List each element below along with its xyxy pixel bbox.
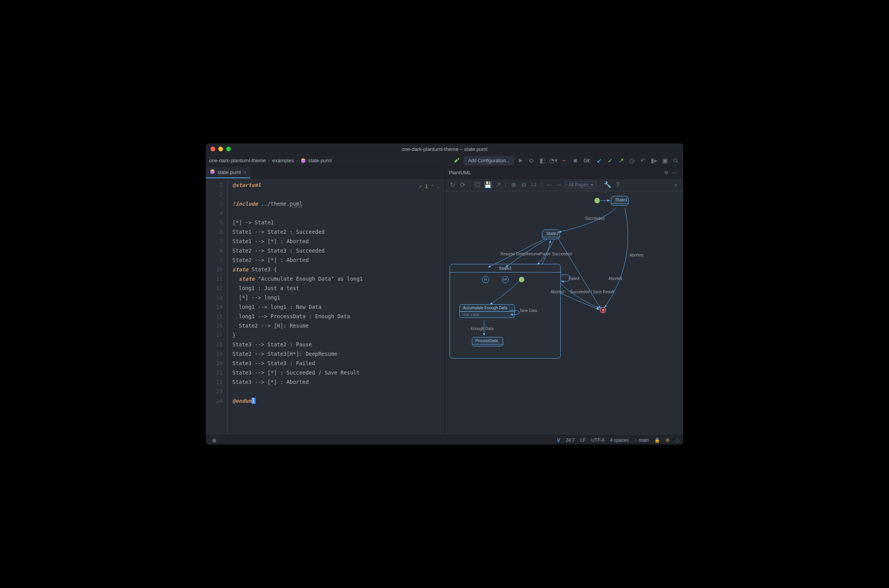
git-pull-icon[interactable]: ↙ <box>595 156 603 165</box>
check-icon: ✓ <box>419 182 422 191</box>
next-icon[interactable]: → <box>555 181 563 189</box>
help-icon[interactable]: ? <box>614 181 622 189</box>
vim-icon[interactable]: V <box>557 437 560 443</box>
chevron-down-icon[interactable]: ⌄ <box>437 182 440 191</box>
close-tab-icon[interactable]: × <box>243 169 247 176</box>
breadcrumb-folder[interactable]: examples <box>272 158 294 163</box>
breadcrumb[interactable]: one-dark-plantuml-theme › examples › sta… <box>209 158 332 163</box>
diagram-state3: State3 H H* Accumulate Enough Data Just … <box>450 264 561 359</box>
history-icon[interactable]: ◷ <box>628 156 636 165</box>
coverage-icon[interactable]: ◧ <box>538 156 547 165</box>
editor-pane: state.puml × 123456789101112131415161718… <box>206 167 444 435</box>
diagram-end <box>600 307 606 313</box>
git-branch[interactable]: ᚲ main <box>634 437 649 443</box>
plantuml-pane: PlantUML ⚙ — ↻ ⟳ ⿻ 💾 ↗ ⊕ ⊖ 1:1 ← → <box>444 167 683 435</box>
panel-title: PlantUML <box>449 170 471 176</box>
breadcrumb-project[interactable]: one-dark-plantuml-theme <box>209 158 266 163</box>
edge-label: Aborted <box>630 253 643 257</box>
stop-icon[interactable]: ■ <box>571 156 579 165</box>
code-area[interactable]: ✓ 1 ⌃ ⌄ @startuml!include ../theme.puml[… <box>228 179 444 435</box>
edge-label: Aborted <box>608 276 622 281</box>
refresh-icon[interactable]: ↻ <box>448 181 457 189</box>
edge-label: New Data <box>520 308 537 313</box>
line-separator[interactable]: LF <box>580 437 586 443</box>
git-push-icon[interactable]: ↗ <box>617 156 625 165</box>
hammer-icon[interactable] <box>453 156 461 165</box>
traffic-lights <box>211 147 231 151</box>
file-type-icon <box>301 158 306 163</box>
stop-on-error-icon[interactable]: ⫟ <box>560 156 569 165</box>
copy-icon[interactable]: ⿻ <box>473 181 482 189</box>
window-title: one-dark-plantuml-theme – state.puml <box>401 146 488 152</box>
terminal-icon[interactable]: ▣ <box>660 156 669 165</box>
edge-label: Succeeded <box>552 252 572 256</box>
debug-icon[interactable] <box>527 156 536 165</box>
plantuml-header: PlantUML ⚙ — <box>445 167 683 179</box>
inspection-status[interactable]: ✓ 1 ⌃ ⌄ <box>419 182 440 191</box>
plantuml-toolbar: ↻ ⟳ ⿻ 💾 ↗ ⊕ ⊖ 1:1 ← → All Pages ▾ 🔧 <box>445 179 683 191</box>
tool-windows-icon[interactable]: ▣ <box>210 436 218 445</box>
edge-label: Pause <box>540 252 551 256</box>
minimize-icon[interactable]: — <box>671 169 679 177</box>
rollback-icon[interactable]: ↶ <box>639 156 647 165</box>
gear-icon[interactable]: ⚙ <box>662 169 671 177</box>
edge-label: Succeeded / Save Result <box>570 290 614 294</box>
diagram-canvas[interactable]: State1 State2 State3 H H* Accumulate Eno… <box>445 191 683 435</box>
diagram-accumulate: Accumulate Enough Data Just a test <box>459 304 515 318</box>
breadcrumb-file[interactable]: state.puml <box>308 158 332 163</box>
lock-icon[interactable]: 🔒 <box>654 437 660 443</box>
edge-label: Failed <box>569 276 579 281</box>
minimize-window-button[interactable] <box>218 147 223 151</box>
close-window-button[interactable] <box>211 147 215 151</box>
zoom-out-icon[interactable]: ⊖ <box>519 181 528 189</box>
diagram-state1: State1 <box>611 196 629 206</box>
titlebar: one-dark-plantuml-theme – state.puml <box>206 143 683 154</box>
project-structure-icon[interactable]: ▮▸ <box>650 156 658 165</box>
tab-label: state.puml <box>218 169 241 175</box>
prev-icon[interactable]: ← <box>545 181 553 189</box>
edge-label: Resume <box>500 252 515 256</box>
inner-start <box>519 277 524 282</box>
export-icon[interactable]: ↗ <box>494 181 502 189</box>
statusbar: ▣ V 24:7 LF UTF-8 4 spaces ᚲ main 🔒 ⚙ ◌ <box>206 435 683 445</box>
git-commit-icon[interactable]: ✓ <box>606 156 614 165</box>
main-toolbar: one-dark-plantuml-theme › examples › sta… <box>206 154 683 167</box>
edge-label: Enough Data <box>471 326 493 331</box>
edge-label: Aborted <box>551 290 564 294</box>
content-area: state.puml × 123456789101112131415161718… <box>206 167 683 435</box>
profile-icon[interactable]: ◔▾ <box>549 156 558 165</box>
indent-setting[interactable]: 4 spaces <box>610 437 629 443</box>
maximize-window-button[interactable] <box>226 147 231 151</box>
line-number-gutter: 123456789101112131415161718192021222324 <box>206 179 228 435</box>
file-encoding[interactable]: UTF-8 <box>591 437 605 443</box>
save-icon[interactable]: 💾 <box>484 181 492 189</box>
ide-window: one-dark-plantuml-theme – state.puml one… <box>206 143 683 445</box>
editor-body[interactable]: 123456789101112131415161718192021222324 … <box>206 179 444 435</box>
run-icon[interactable] <box>516 156 525 165</box>
notifications-icon[interactable]: ◌ <box>675 437 679 443</box>
zoom-in-icon[interactable]: ⊕ <box>509 181 518 189</box>
chevron-right-icon: › <box>268 158 270 163</box>
run-configuration-dropdown[interactable]: Add Configuration... <box>464 156 514 165</box>
chevron-right-icon: › <box>296 158 298 163</box>
pages-dropdown[interactable]: All Pages ▾ <box>565 181 597 189</box>
edge-label: Succeeded <box>585 216 605 220</box>
diagram-processdata: ProcessData <box>472 337 503 346</box>
indexing-icon[interactable]: ⚙ <box>666 437 670 443</box>
chevron-up-icon[interactable]: ⌃ <box>431 182 434 191</box>
more-icon[interactable]: » <box>671 181 680 189</box>
svg-point-1 <box>674 159 677 162</box>
file-type-icon <box>210 169 215 176</box>
search-icon[interactable] <box>671 156 680 165</box>
diagram-state2: State2 <box>542 229 560 239</box>
git-label: Git: <box>583 158 591 163</box>
history-hstar: H* <box>502 276 509 283</box>
edge-label: DeepResume <box>516 252 540 256</box>
editor-tab-active[interactable]: state.puml × <box>206 167 250 178</box>
reload-icon[interactable]: ⟳ <box>458 181 467 189</box>
wrench-icon[interactable]: 🔧 <box>603 181 612 189</box>
cursor-position[interactable]: 24:7 <box>566 437 575 443</box>
zoom-actual-icon[interactable]: 1:1 <box>529 181 538 189</box>
chevron-down-icon: ▾ <box>591 182 593 188</box>
history-h: H <box>482 276 489 283</box>
